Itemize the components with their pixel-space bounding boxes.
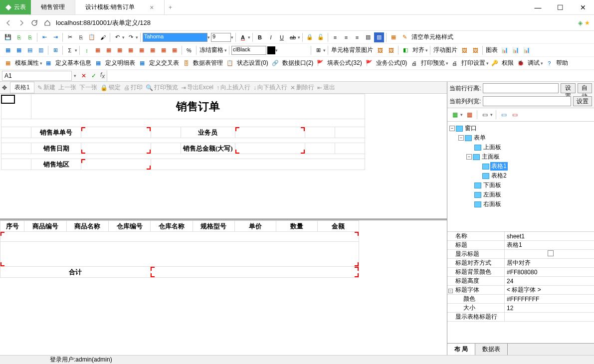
- unlock-icon[interactable]: 🔓: [316, 32, 326, 42]
- tpl-icon[interactable]: ▦: [3, 58, 13, 68]
- tree-grid1[interactable]: 表格1: [490, 162, 508, 171]
- import-icon[interactable]: ⇤: [39, 32, 49, 42]
- strike-icon[interactable]: ab: [288, 32, 298, 42]
- prop-row[interactable]: 名称sheet1: [447, 232, 594, 241]
- lock-icon[interactable]: 🔒: [305, 32, 315, 42]
- clear-style-label[interactable]: 清空单元格样式: [410, 33, 454, 41]
- r4-icon[interactable]: ▦: [126, 45, 136, 55]
- move-handle[interactable]: ✥: [2, 84, 7, 91]
- layout-del-icon[interactable]: ▭: [510, 110, 519, 119]
- cut-icon[interactable]: ✂: [65, 32, 75, 42]
- print[interactable]: 打印设置: [460, 59, 486, 67]
- debug[interactable]: 调试: [527, 59, 541, 67]
- perm[interactable]: 权限: [501, 59, 515, 67]
- debug-icon[interactable]: 🐞: [516, 58, 526, 68]
- save-as-icon[interactable]: ⎘: [25, 32, 35, 42]
- align-icon[interactable]: ◧: [400, 45, 410, 55]
- export-icon[interactable]: ⇥: [50, 32, 60, 42]
- tree-left[interactable]: 左面板: [482, 190, 502, 199]
- r5-icon[interactable]: ▦: [137, 45, 147, 55]
- exit-btn[interactable]: ⇤ 退出: [317, 83, 335, 92]
- tab-add-button[interactable]: +: [165, 0, 177, 14]
- sum-icon[interactable]: Σ: [65, 45, 75, 55]
- table-icon[interactable]: ⊞: [50, 45, 60, 55]
- save-icon[interactable]: 💾: [3, 32, 13, 42]
- prop-row[interactable]: 标题对齐方式居中对齐: [447, 259, 594, 268]
- float1-icon[interactable]: 🖼: [459, 45, 469, 55]
- cellbg-label[interactable]: 单元格背景图片: [330, 46, 374, 54]
- redo-icon[interactable]: ↷: [126, 32, 136, 42]
- preview-icon[interactable]: 🖨: [409, 58, 419, 68]
- insdn-btn[interactable]: ↓ 向下插入行: [253, 83, 287, 92]
- fill[interactable]: 填表公式(32): [326, 59, 363, 67]
- canvas-header[interactable]: 销售订单 销售单单号 业务员 销售日期 销售总金额(大写): [0, 94, 447, 218]
- italic-icon[interactable]: I: [266, 32, 276, 42]
- img2-icon[interactable]: 🖼: [386, 45, 396, 55]
- biz-icon[interactable]: 🚩: [364, 58, 374, 68]
- save-all-icon[interactable]: ⎘: [14, 32, 24, 42]
- merge-icon[interactable]: ▦: [389, 32, 398, 42]
- tree-right[interactable]: 右面板: [482, 200, 502, 208]
- r1-icon[interactable]: ▦: [93, 45, 103, 55]
- detail[interactable]: 定义明细表: [104, 59, 136, 67]
- chart-label[interactable]: 图表: [485, 46, 499, 54]
- close-button[interactable]: ✕: [572, 0, 594, 14]
- layout4-icon[interactable]: ▭: [499, 110, 508, 119]
- clear-style-icon[interactable]: ✎: [399, 32, 409, 42]
- cross-icon[interactable]: ▦: [137, 58, 147, 68]
- barcode-icon[interactable]: ▥: [363, 32, 373, 42]
- back-icon[interactable]: [4, 18, 13, 27]
- cross[interactable]: 定义交叉表: [148, 59, 180, 67]
- percent-icon[interactable]: %: [184, 45, 194, 55]
- delrow-btn[interactable]: ✕ 删除行: [290, 83, 314, 92]
- chart1-icon[interactable]: 📊: [500, 45, 510, 55]
- tree-window[interactable]: 窗口: [464, 124, 478, 133]
- r7-icon[interactable]: ▦: [159, 45, 169, 55]
- tree-top[interactable]: 上面板: [482, 143, 502, 152]
- r2-icon[interactable]: ▦: [104, 45, 114, 55]
- align-left-icon[interactable]: ≡: [330, 32, 340, 42]
- api[interactable]: 数据接口(2): [281, 59, 315, 67]
- grid2-icon[interactable]: ▦: [14, 45, 24, 55]
- next-btn[interactable]: 下一张: [79, 83, 97, 92]
- lock-btn[interactable]: 🔒 锁定: [100, 83, 121, 92]
- freeze-label[interactable]: 冻结窗格: [198, 46, 224, 54]
- r8-icon[interactable]: ▦: [170, 45, 180, 55]
- align-center-icon[interactable]: ≡: [341, 32, 351, 42]
- color-select[interactable]: clBlack: [231, 46, 266, 55]
- refresh-icon[interactable]: [30, 18, 39, 27]
- tree-collapse-icon[interactable]: −: [449, 126, 455, 131]
- fontcolor-icon[interactable]: A: [238, 32, 248, 42]
- grid-tab[interactable]: 表格1: [10, 82, 34, 93]
- property-grid[interactable]: 名称sheet1标题表格1显示标题标题对齐方式居中对齐标题背景颜色#FF8080…: [447, 231, 594, 343]
- tree-bottom[interactable]: 下面板: [482, 181, 502, 189]
- format-painter-icon[interactable]: 🖌: [98, 32, 108, 42]
- set-rowh-button[interactable]: 设置: [561, 83, 575, 93]
- layout2-icon[interactable]: ▦: [465, 110, 474, 119]
- auto-button[interactable]: 自动: [578, 83, 592, 93]
- r6-icon[interactable]: ▦: [148, 45, 158, 55]
- fx-cancel-icon[interactable]: ✕: [79, 71, 88, 80]
- color-swatch[interactable]: [267, 46, 275, 54]
- tree-collapse-icon[interactable]: −: [466, 154, 472, 160]
- undo-icon[interactable]: ↶: [112, 32, 122, 42]
- prop-row[interactable]: −标题字体< 标题字体 >: [447, 286, 594, 295]
- prop-row[interactable]: 标题背景颜色#FF808080: [447, 268, 594, 277]
- home-icon[interactable]: [43, 18, 52, 27]
- tree-form[interactable]: 表单: [473, 134, 487, 142]
- prop-row[interactable]: 显示表格标题行: [447, 313, 594, 322]
- fill-icon[interactable]: 🚩: [315, 58, 325, 68]
- insup-btn[interactable]: ↑ 向上插入行: [216, 83, 250, 92]
- paste-icon[interactable]: 📋: [87, 32, 97, 42]
- layout-tree[interactable]: −窗口 −表单 上面板 −主面板 表格1 表格2 下面板 左面板 右面板: [447, 122, 594, 231]
- close-icon[interactable]: ×: [150, 3, 154, 11]
- fontsize-select[interactable]: 9: [211, 33, 231, 42]
- help-icon[interactable]: ?: [544, 58, 554, 68]
- forward-icon[interactable]: [17, 18, 26, 27]
- copy-icon[interactable]: ⎘: [76, 32, 86, 42]
- prop-row[interactable]: 标题高度24: [447, 277, 594, 286]
- diamond-icon[interactable]: ◈: [578, 19, 583, 26]
- layout1-icon[interactable]: ▦: [450, 110, 459, 119]
- star-icon[interactable]: ★: [585, 19, 590, 26]
- align-label[interactable]: 对齐: [411, 46, 425, 54]
